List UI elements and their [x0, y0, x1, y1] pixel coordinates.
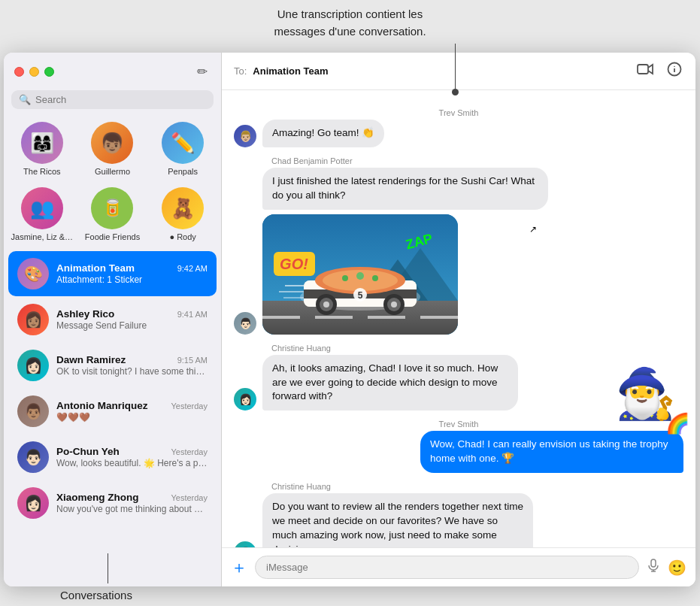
minimize-button[interactable] [29, 67, 39, 77]
msg-bubble-m5: Do you want to review all the renders to… [262, 493, 533, 547]
search-icon: 🔍 [19, 94, 31, 105]
svg-rect-9 [420, 316, 458, 319]
conv-name-dawn-ramirez: Dawn Ramirez [56, 354, 126, 365]
avatar-animation-team: 🎨 [17, 258, 49, 289]
svg-point-19 [356, 272, 364, 280]
avatar-guillermo: 👦🏽 [91, 122, 133, 164]
svg-text:5: 5 [358, 290, 363, 301]
conv-name-xiaomeng-zhong: Xiaomeng Zhong [56, 492, 139, 503]
annotation-top: Une transcription contient les messages … [0, 0, 700, 40]
avatar-antonio-manriquez: 👨🏽 [17, 395, 49, 427]
conv-item-xiaomeng-zhong[interactable]: 👩🏻 Xiaomeng Zhong Yesterday Now you've g… [8, 480, 217, 526]
svg-point-20 [372, 275, 378, 281]
annotation-line [455, 44, 456, 89]
conv-details-po-chun-yeh: Po-Chun Yeh Yesterday Wow, looks beautif… [56, 446, 208, 468]
svg-point-18 [342, 275, 348, 281]
conv-item-antonio-manriquez[interactable]: 👨🏽 Antonio Manriquez Yesterday 🤎🤎🤎 [8, 389, 217, 434]
close-button[interactable] [14, 67, 24, 77]
conv-item-po-chun-yeh[interactable]: 👨🏻 Po-Chun Yeh Yesterday Wow, looks beau… [8, 435, 217, 480]
sender-label-christine-1: Christine Huang [234, 344, 683, 353]
conv-time-xiaomeng-zhong: Yesterday [171, 493, 208, 502]
message-input[interactable] [255, 556, 639, 579]
svg-point-23 [323, 301, 329, 308]
pinned-item-the-ricos[interactable]: 👩‍👩‍👧 The Ricos [8, 118, 76, 180]
msg-avatar-christine-2: 👩🏻 [234, 541, 256, 547]
conv-name-antonio-manriquez: Antonio Manriquez [56, 400, 148, 411]
maximize-button[interactable] [44, 67, 54, 77]
search-bar[interactable]: 🔍 [11, 90, 214, 109]
emoji-button[interactable]: 🙂 [668, 559, 686, 577]
conv-item-dawn-ramirez[interactable]: 👩🏻 Dawn Ramirez 9:15 AM OK to visit toni… [8, 343, 217, 388]
chat-area: To: Animation Team [222, 53, 695, 586]
chat-recipient-name: Animation Team [253, 65, 629, 77]
svg-rect-7 [315, 316, 353, 319]
app-window: ✏ 🔍 👩‍👩‍👧 The Ricos 👦🏽 Guillermo ✏️ Penp… [4, 53, 695, 586]
conv-preview-antonio-manriquez: 🤎🤎🤎 [56, 412, 208, 423]
conv-item-ashley-rico[interactable]: 👩🏽 Ashley Rico 9:41 AM Message Send Fail… [8, 297, 217, 342]
sender-label-trev-2: Trev Smith [234, 420, 683, 429]
conv-name-ashley-rico: Ashley Rico [56, 308, 114, 320]
chat-to-label: To: [234, 65, 247, 77]
conv-name-po-chun-yeh: Po-Chun Yeh [56, 446, 120, 457]
svg-rect-35 [651, 559, 656, 567]
conv-time-animation-team: 9:42 AM [177, 264, 208, 273]
conv-preview-po-chun-yeh: Wow, looks beautiful. 🌟 Here's a photo o… [56, 458, 208, 468]
add-attachment-button[interactable]: ＋ [231, 559, 247, 576]
voice-message-button[interactable] [647, 559, 660, 576]
conv-preview-dawn-ramirez: OK to visit tonight? I have some things … [56, 366, 208, 377]
traffic-lights [14, 67, 54, 77]
input-area: ＋ 🙂 [222, 547, 695, 586]
msg-avatar-chad: 👨🏻 [234, 312, 256, 335]
rody-badge [196, 222, 204, 229]
pinned-item-penpals[interactable]: ✏️ Penpals [149, 118, 217, 180]
pinned-label-the-ricos: The Ricos [23, 167, 61, 177]
conv-details-xiaomeng-zhong: Xiaomeng Zhong Yesterday Now you've got … [56, 492, 208, 514]
msg-row-m2: 👨🏻 I just finished the latest renderings… [234, 168, 683, 335]
conv-details-dawn-ramirez: Dawn Ramirez 9:15 AM OK to visit tonight… [56, 354, 208, 377]
search-input[interactable] [35, 94, 206, 105]
info-button[interactable] [665, 60, 683, 82]
pinned-item-guillermo[interactable]: 👦🏽 Guillermo [79, 118, 147, 180]
chat-header: To: Animation Team [222, 53, 695, 90]
conv-details-antonio-manriquez: Antonio Manriquez Yesterday 🤎🤎🤎 [56, 400, 208, 423]
sender-label-christine-2: Christine Huang [234, 482, 683, 491]
conv-details-animation-team: Animation Team 9:42 AM Attachment: 1 Sti… [56, 262, 208, 285]
sushi-car-image: 5 GO! ZAP [262, 214, 458, 335]
video-call-button[interactable] [635, 62, 655, 80]
titlebar: ✏ [4, 53, 221, 90]
msg-avatar-trev: 👨🏼 [234, 125, 256, 147]
svg-rect-0 [638, 65, 648, 74]
avatar-foodie-friends: 🥫 [91, 187, 133, 229]
compose-button[interactable]: ✏ [194, 61, 211, 83]
conv-preview-xiaomeng-zhong: Now you've got me thinking about my next… [56, 504, 208, 514]
avatar-xiaomeng-zhong: 👩🏻 [17, 487, 49, 519]
avatar-jasmine-liz: 👥 [21, 187, 63, 229]
conversation-list: 🎨 Animation Team 9:42 AM Attachment: 1 S… [4, 250, 221, 586]
pinned-label-penpals: Penpals [168, 167, 198, 177]
msg-row-m3: 👩🏻 Ah, it looks amazing, Chad! I love it… [234, 355, 683, 411]
msg-bubble-m2-text: I just finished the latest renderings fo… [262, 168, 548, 210]
share-image-button[interactable]: ↗ [524, 220, 542, 238]
conv-time-ashley-rico: 9:41 AM [177, 310, 208, 319]
annotation-bottom-line [108, 553, 108, 583]
pinned-label-foodie-friends: Foodie Friends [85, 232, 140, 242]
pinned-item-rody[interactable]: 🧸 ● Rody [149, 183, 217, 246]
sidebar: ✏ 🔍 👩‍👩‍👧 The Ricos 👦🏽 Guillermo ✏️ Penp… [4, 53, 222, 586]
conv-details-ashley-rico: Ashley Rico 9:41 AM Message Send Failure [56, 308, 208, 331]
chat-header-actions [635, 60, 683, 82]
msg-bubble-m1: Amazing! Go team! 👏 [262, 120, 384, 147]
pinned-label-rody: ● Rody [169, 232, 195, 242]
svg-point-26 [391, 301, 397, 308]
msg-row-m1: 👨🏼 Amazing! Go team! 👏 [234, 120, 683, 147]
pinned-item-jasmine-liz[interactable]: 👥 Jasmine, Liz &… [8, 183, 76, 246]
conv-item-animation-team[interactable]: 🎨 Animation Team 9:42 AM Attachment: 1 S… [8, 251, 217, 296]
avatar-the-ricos: 👩‍👩‍👧 [21, 122, 63, 164]
sender-label-trev-top: Trev Smith [234, 108, 683, 117]
pinned-item-foodie-friends[interactable]: 🥫 Foodie Friends [79, 183, 147, 246]
annotation-dot [452, 89, 459, 95]
annotation-bottom: Conversations [60, 589, 132, 606]
conv-time-dawn-ramirez: 9:15 AM [177, 356, 208, 365]
svg-point-3 [674, 66, 675, 68]
avatar-ashley-rico: 👩🏽 [17, 304, 49, 335]
avatar-penpals: ✏️ [162, 122, 204, 164]
